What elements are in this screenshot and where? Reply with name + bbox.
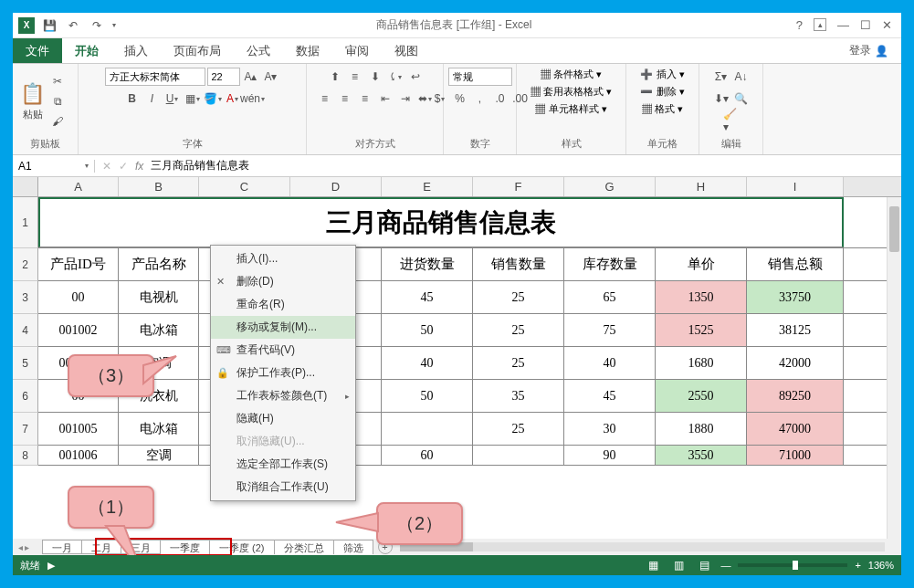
help-icon[interactable]: ? — [796, 18, 803, 32]
cell[interactable]: 25 — [473, 347, 564, 379]
enter-fx-icon[interactable]: ✓ — [119, 160, 128, 173]
cells-area[interactable]: 三月商品销售信息表产品ID号产品名称地进货数量销售数量库存数量单价销售总额00电… — [38, 197, 901, 466]
font-name-select[interactable] — [105, 68, 205, 86]
copy-icon[interactable]: ⧉ — [48, 92, 67, 110]
col-header-I[interactable]: I — [747, 177, 844, 196]
row-header[interactable]: 8 — [13, 446, 38, 466]
cell[interactable]: 50 — [382, 314, 473, 346]
delete-cells-button[interactable]: ➖ 删除 ▾ — [640, 85, 684, 99]
cancel-fx-icon[interactable]: ✕ — [102, 160, 111, 173]
zoom-slider[interactable] — [738, 563, 847, 567]
menu-item[interactable]: 选定全部工作表(S) — [211, 453, 355, 476]
cell[interactable]: 销售数量 — [473, 248, 564, 280]
cell[interactable]: 25 — [473, 413, 564, 445]
wrap-text-icon[interactable]: ↩ — [406, 68, 425, 86]
tab-review[interactable]: 审阅 — [332, 38, 382, 63]
cell[interactable]: 产品名称 — [119, 248, 199, 280]
vertical-scrollbar[interactable] — [887, 197, 901, 539]
cell[interactable]: 1880 — [656, 413, 747, 445]
cut-icon[interactable]: ✂ — [48, 72, 67, 90]
orientation-icon[interactable]: ⤹▾ — [386, 68, 404, 86]
row-header[interactable]: 7 — [13, 413, 38, 446]
format-cells-button[interactable]: ▦ 格式 ▾ — [642, 102, 683, 116]
col-header-H[interactable]: H — [656, 177, 747, 196]
clear-icon[interactable]: 🧹▾ — [722, 111, 741, 130]
qat-customize-icon[interactable]: ▾ — [112, 21, 116, 29]
menu-item[interactable]: ✕删除(D) — [211, 270, 355, 293]
sheet-nav-prev-icon[interactable]: ▸ — [25, 542, 29, 552]
title-cell[interactable]: 三月商品销售信息表 — [38, 197, 844, 247]
minimize-icon[interactable]: — — [837, 18, 849, 32]
formula-input[interactable]: 三月商品销售信息表 — [151, 158, 249, 173]
cell[interactable]: 60 — [382, 446, 473, 465]
cell[interactable]: 电冰箱 — [119, 413, 199, 445]
cell[interactable]: 33750 — [747, 281, 844, 313]
col-header-B[interactable]: B — [119, 177, 199, 196]
cell[interactable]: 1525 — [656, 314, 747, 346]
percent-icon[interactable]: % — [451, 89, 469, 108]
cell[interactable]: 47000 — [747, 413, 844, 445]
cell[interactable]: 空调 — [119, 446, 199, 465]
cell[interactable]: 1680 — [656, 347, 747, 379]
tab-insert[interactable]: 插入 — [111, 38, 161, 63]
cell[interactable]: 进货数量 — [382, 248, 473, 280]
format-painter-icon[interactable]: 🖌 — [48, 112, 67, 131]
cell[interactable]: 71000 — [747, 446, 844, 465]
tab-layout[interactable]: 页面布局 — [161, 38, 234, 63]
align-top-icon[interactable]: ⬆ — [326, 68, 344, 86]
row-header[interactable]: 4 — [13, 314, 38, 347]
cell[interactable]: 35 — [473, 380, 564, 412]
cell[interactable]: 38125 — [747, 314, 844, 346]
cell[interactable]: 单价 — [656, 248, 747, 280]
cell[interactable]: 001006 — [38, 446, 119, 465]
underline-button[interactable]: U▾ — [163, 89, 182, 108]
cell[interactable]: 25 — [473, 281, 564, 313]
cell[interactable]: 电冰箱 — [119, 314, 199, 346]
indent-inc-icon[interactable]: ⇥ — [396, 89, 415, 108]
cell[interactable] — [382, 413, 473, 445]
fill-color-button[interactable]: 🪣▾ — [204, 89, 222, 108]
cell[interactable]: 45 — [564, 380, 656, 412]
cell[interactable]: 电视机 — [119, 281, 199, 313]
decrease-font-icon[interactable]: A▾ — [262, 68, 280, 86]
col-header-E[interactable]: E — [382, 177, 473, 196]
cell[interactable]: 2550 — [656, 380, 747, 412]
menu-item[interactable]: 隐藏(H) — [211, 407, 355, 430]
tab-file[interactable]: 文件 — [13, 38, 62, 63]
cell[interactable]: 1350 — [656, 281, 747, 313]
find-icon[interactable]: 🔍 — [732, 89, 751, 108]
menu-item[interactable]: 取消隐藏(U)... — [211, 430, 355, 453]
align-left-icon[interactable]: ≡ — [316, 89, 334, 108]
border-button[interactable]: ▦▾ — [184, 89, 202, 108]
view-layout-icon[interactable]: ▥ — [669, 556, 688, 574]
cell[interactable]: 销售总额 — [747, 248, 844, 280]
status-record-icon[interactable]: ▶ — [47, 560, 55, 572]
font-size-select[interactable] — [207, 68, 240, 86]
cell[interactable]: 00 — [38, 281, 119, 313]
ribbon-options-icon[interactable]: ▴ — [814, 18, 826, 31]
sheet-tab[interactable]: 一季度 (2) — [209, 540, 275, 554]
cell[interactable]: 89250 — [747, 380, 844, 412]
font-color-button[interactable]: A▾ — [224, 89, 242, 108]
conditional-format-button[interactable]: ▦ 条件格式 ▾ — [541, 68, 602, 81]
view-normal-icon[interactable]: ▦ — [644, 556, 662, 574]
cell[interactable]: 3550 — [656, 446, 747, 465]
cell[interactable]: 40 — [564, 347, 656, 379]
menu-item[interactable]: 移动或复制(M)... — [211, 316, 355, 339]
cell[interactable]: 42000 — [747, 347, 844, 379]
italic-button[interactable]: I — [143, 89, 162, 108]
menu-item[interactable]: 重命名(R) — [211, 293, 355, 316]
fx-icon[interactable]: fx — [135, 160, 143, 173]
inc-decimal-icon[interactable]: .0 — [491, 89, 510, 108]
cell[interactable]: 75 — [564, 314, 656, 346]
col-header-F[interactable]: F — [473, 177, 564, 196]
sheet-nav-first-icon[interactable]: ◂ — [18, 542, 23, 552]
view-pagebreak-icon[interactable]: ▤ — [695, 556, 713, 574]
menu-item[interactable]: 🔒保护工作表(P)... — [211, 362, 355, 384]
redo-icon[interactable]: ↷ — [88, 16, 106, 35]
align-middle-icon[interactable]: ≡ — [346, 68, 364, 86]
sheet-tab[interactable]: 一月 — [42, 540, 82, 554]
table-format-button[interactable]: ▦ 套用表格格式 ▾ — [531, 85, 612, 99]
tab-view[interactable]: 视图 — [382, 38, 431, 63]
paste-button[interactable]: 📋 粘贴 — [20, 82, 45, 121]
